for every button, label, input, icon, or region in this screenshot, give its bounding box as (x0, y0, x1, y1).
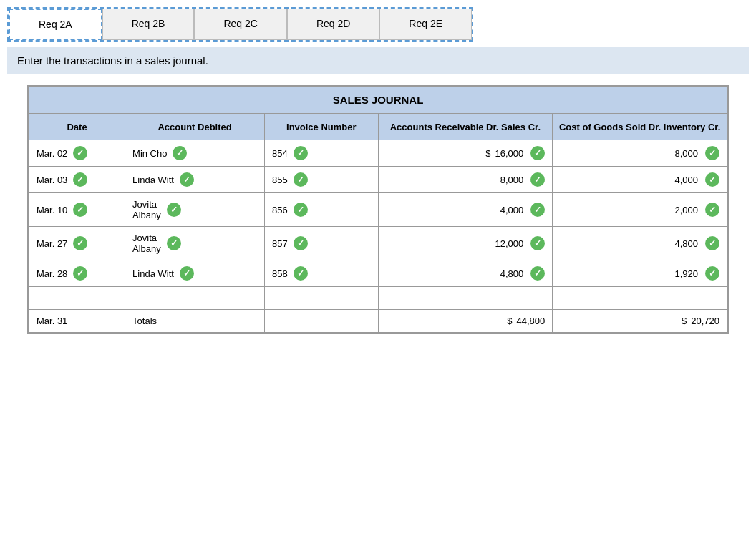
ar-amount: 4,000 (500, 205, 524, 215)
cogs-cell: 8,000 ✓ (553, 140, 727, 167)
account-cell: JovitaAlbany ✓ (125, 193, 265, 227)
check-icon: ✓ (705, 236, 719, 250)
cogs-cell: 4,000 ✓ (553, 167, 727, 193)
invoice-cell: 858 ✓ (265, 260, 378, 287)
cogs-amount: 4,800 (674, 238, 698, 249)
check-icon: ✓ (167, 236, 181, 250)
tab-req2c[interactable]: Req 2C (194, 9, 286, 40)
invoice-value: 856 (272, 205, 288, 215)
cogs-amount: 8,000 (674, 148, 698, 159)
check-icon: ✓ (530, 203, 545, 217)
check-icon: ✓ (294, 203, 308, 217)
totals-cogs: $ 20,720 (553, 310, 727, 333)
cogs-cell: 2,000 ✓ (553, 193, 727, 227)
tab-req2e[interactable]: Req 2E (379, 9, 472, 40)
totals-label: Totals (125, 310, 265, 333)
ar-dollar: $ (485, 148, 490, 159)
tab-req2d[interactable]: Req 2D (287, 9, 379, 40)
invoice-value: 858 (272, 268, 288, 279)
check-icon: ✓ (705, 266, 719, 281)
instruction-text: Enter the transactions in a sales journa… (17, 54, 208, 67)
totals-cogs-amount: 20,720 (691, 316, 719, 326)
header-accounts-receivable: Accounts Receivable Dr. Sales Cr. (378, 114, 553, 140)
ar-cell: 8,000 ✓ (378, 167, 553, 193)
date-cell: Mar. 02 ✓ (29, 140, 125, 167)
totals-date: Mar. 31 (29, 310, 125, 333)
account-cell: Linda Witt ✓ (125, 167, 265, 193)
check-icon: ✓ (705, 146, 719, 160)
ar-cell: $ 16,000 ✓ (378, 140, 553, 167)
tab-req2a[interactable]: Req 2A (9, 9, 102, 40)
header-invoice-number: Invoice Number (265, 114, 378, 140)
totals-row: Mar. 31 Totals $ 44,800 $ 20,720 (29, 310, 727, 333)
account-value: Linda Witt (132, 175, 174, 185)
check-icon: ✓ (530, 266, 545, 281)
check-icon: ✓ (73, 146, 87, 160)
account-cell: JovitaAlbany ✓ (125, 227, 265, 260)
check-icon: ✓ (180, 172, 194, 187)
invoice-value: 855 (272, 175, 288, 185)
check-icon: ✓ (73, 266, 87, 281)
empty-row (29, 287, 727, 310)
totals-ar-dollar: $ (507, 316, 512, 326)
date-value: Mar. 10 (37, 205, 67, 215)
invoice-value: 854 (272, 148, 288, 159)
check-icon: ✓ (180, 266, 194, 281)
check-icon: ✓ (294, 266, 308, 281)
date-cell: Mar. 03 ✓ (29, 167, 125, 193)
invoice-cell: 856 ✓ (265, 193, 378, 227)
invoice-cell: 855 ✓ (265, 167, 378, 193)
account-value: Linda Witt (132, 268, 174, 279)
ar-amount: 12,000 (495, 238, 523, 249)
check-icon: ✓ (294, 236, 308, 250)
check-icon: ✓ (73, 236, 87, 250)
check-icon: ✓ (294, 146, 308, 160)
invoice-cell: 857 ✓ (265, 227, 378, 260)
account-value: JovitaAlbany (132, 199, 161, 220)
totals-cogs-dollar: $ (682, 316, 687, 326)
totals-invoice-empty (265, 310, 378, 333)
check-icon: ✓ (530, 172, 545, 187)
account-value: JovitaAlbany (132, 233, 161, 254)
journal-title: SALES JOURNAL (29, 87, 727, 114)
ar-cell: 4,000 ✓ (378, 193, 553, 227)
date-cell: Mar. 10 ✓ (29, 193, 125, 227)
check-icon: ✓ (167, 203, 181, 217)
date-value: Mar. 27 (37, 238, 67, 249)
account-cell: Linda Witt ✓ (125, 260, 265, 287)
date-value: Mar. 03 (37, 175, 67, 185)
check-icon: ✓ (705, 203, 719, 217)
header-cost-of-goods: Cost of Goods Sold Dr. Inventory Cr. (553, 114, 727, 140)
ar-amount: 4,800 (500, 268, 524, 279)
tabs-container: Req 2A Req 2B Req 2C Req 2D Req 2E (7, 7, 473, 42)
check-icon: ✓ (173, 146, 187, 160)
table-header-row: Date Account Debited Invoice Number Acco… (29, 114, 727, 140)
table-row: Mar. 27 ✓ JovitaAlbany ✓ 857 ✓ 12,000 ✓ (29, 227, 727, 260)
check-icon: ✓ (705, 172, 719, 187)
cogs-amount: 2,000 (674, 205, 698, 215)
cogs-cell: 4,800 ✓ (553, 227, 727, 260)
date-value: Mar. 28 (37, 268, 67, 279)
ar-cell: 12,000 ✓ (378, 227, 553, 260)
check-icon: ✓ (73, 203, 87, 217)
table-row: Mar. 02 ✓ Min Cho ✓ 854 ✓ $ 16,000 ✓ (29, 140, 727, 167)
header-date: Date (29, 114, 125, 140)
table-row: Mar. 28 ✓ Linda Witt ✓ 858 ✓ 4,800 ✓ (29, 260, 727, 287)
check-icon: ✓ (530, 146, 545, 160)
totals-ar-amount: 44,800 (516, 316, 545, 326)
table-row: Mar. 10 ✓ JovitaAlbany ✓ 856 ✓ 4,000 ✓ (29, 193, 727, 227)
account-cell: Min Cho ✓ (125, 140, 265, 167)
header-account-debited: Account Debited (125, 114, 265, 140)
date-cell: Mar. 28 ✓ (29, 260, 125, 287)
ar-amount: 16,000 (495, 148, 523, 159)
cogs-amount: 4,000 (674, 175, 698, 185)
check-icon: ✓ (73, 172, 87, 187)
tab-req2b[interactable]: Req 2B (102, 9, 195, 40)
journal-table: Date Account Debited Invoice Number Acco… (29, 114, 727, 333)
check-icon: ✓ (294, 172, 308, 187)
check-icon: ✓ (530, 236, 545, 250)
cogs-cell: 1,920 ✓ (553, 260, 727, 287)
instruction-bar: Enter the transactions in a sales journa… (7, 47, 749, 74)
date-value: Mar. 02 (37, 148, 67, 159)
invoice-value: 857 (272, 238, 288, 249)
